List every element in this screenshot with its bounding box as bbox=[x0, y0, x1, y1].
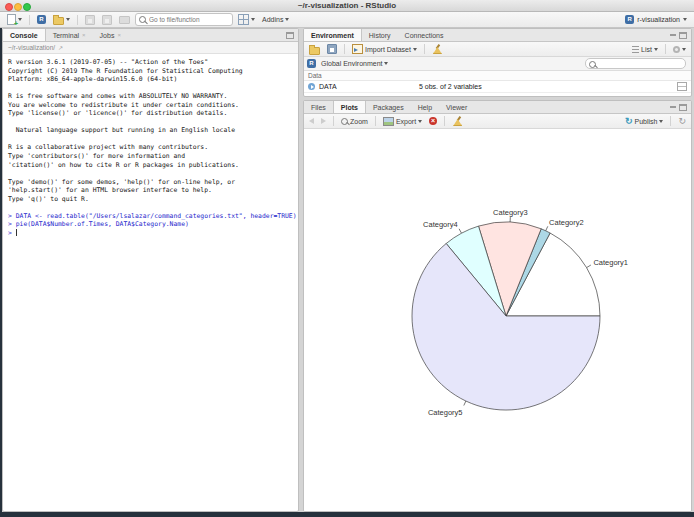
tab-environment[interactable]: Environment bbox=[304, 29, 362, 41]
plots-pane: Files Plots Packages Help Viewer Zoom bbox=[303, 100, 692, 512]
next-plot-button[interactable] bbox=[319, 117, 328, 125]
tab-label: Terminal bbox=[53, 32, 79, 39]
gear-icon bbox=[673, 46, 680, 53]
tab-console[interactable]: Console bbox=[3, 29, 46, 41]
print-icon bbox=[119, 16, 130, 24]
tab-history[interactable]: History bbox=[362, 29, 398, 41]
open-file-button[interactable] bbox=[51, 13, 72, 26]
environment-settings-button[interactable] bbox=[671, 45, 688, 54]
tab-viewer[interactable]: Viewer bbox=[439, 101, 474, 113]
image-icon bbox=[383, 117, 394, 126]
maximize-pane-icon[interactable] bbox=[679, 104, 687, 111]
remove-plot-button[interactable] bbox=[427, 116, 439, 126]
save-all-icon bbox=[102, 15, 112, 25]
minimize-pane-icon[interactable] bbox=[670, 34, 676, 36]
chevron-down-icon bbox=[251, 18, 255, 21]
clear-environment-button[interactable] bbox=[430, 43, 443, 55]
console-line bbox=[8, 84, 298, 93]
minimize-pane-icon[interactable] bbox=[670, 106, 676, 108]
environment-scope-selector[interactable]: Global Environment bbox=[319, 59, 390, 68]
import-dataset-icon bbox=[352, 44, 363, 54]
addins-label: Addins bbox=[262, 16, 283, 23]
chevron-down-icon bbox=[654, 48, 658, 51]
list-view-button[interactable]: List bbox=[630, 45, 660, 54]
project-selector[interactable]: r-visualization bbox=[623, 14, 689, 25]
environment-toolbar: Import Dataset List bbox=[304, 42, 691, 57]
tab-terminal[interactable]: Terminal × bbox=[46, 29, 93, 41]
tab-label: Jobs bbox=[100, 32, 115, 39]
tab-files[interactable]: Files bbox=[304, 101, 333, 113]
window-title: ~/r-visualization - RStudio bbox=[0, 0, 694, 11]
goto-file-search bbox=[135, 13, 233, 26]
toolbar-separator bbox=[344, 44, 345, 54]
tab-help[interactable]: Help bbox=[411, 101, 439, 113]
window-edge-left bbox=[0, 28, 2, 517]
new-project-button[interactable] bbox=[35, 14, 48, 25]
environment-search-input[interactable] bbox=[585, 58, 686, 69]
refresh-plot-button[interactable]: ↻ bbox=[676, 116, 688, 127]
close-icon[interactable]: × bbox=[82, 32, 86, 38]
tab-label: Plots bbox=[341, 104, 358, 111]
environment-scope-row: Global Environment bbox=[304, 57, 691, 71]
clear-all-plots-button[interactable] bbox=[450, 115, 463, 127]
list-icon bbox=[632, 46, 639, 53]
console-output[interactable]: R version 3.6.1 (2019-07-05) -- "Action … bbox=[3, 54, 298, 511]
console-line: > pie(DATA$Number.of.Times, DATA$Categor… bbox=[8, 220, 298, 229]
maximize-pane-icon[interactable] bbox=[679, 32, 687, 39]
export-plot-button[interactable]: Export bbox=[381, 116, 424, 127]
tab-connections[interactable]: Connections bbox=[398, 29, 451, 41]
save-workspace-button[interactable] bbox=[325, 43, 339, 55]
environment-object-row[interactable]: DATA 5 obs. of 2 variables bbox=[304, 81, 691, 93]
data-section-header: Data bbox=[304, 71, 691, 81]
chevron-down-icon bbox=[413, 48, 417, 51]
zoom-plot-button[interactable]: Zoom bbox=[339, 117, 370, 126]
import-dataset-label: Import Dataset bbox=[365, 46, 411, 53]
open-folder-icon bbox=[309, 47, 320, 55]
print-button[interactable] bbox=[117, 15, 132, 25]
previous-plot-button[interactable] bbox=[307, 117, 316, 125]
tab-label: Files bbox=[311, 104, 326, 111]
toolbar-separator bbox=[665, 44, 666, 54]
load-workspace-button[interactable] bbox=[307, 43, 322, 56]
refresh-icon: ↻ bbox=[678, 117, 686, 126]
tab-packages[interactable]: Packages bbox=[366, 101, 411, 113]
maximize-pane-icon[interactable] bbox=[286, 32, 294, 39]
pie-label: Category1 bbox=[593, 258, 628, 267]
pane-layout-button[interactable] bbox=[236, 13, 257, 26]
plots-pane-buttons bbox=[666, 101, 691, 113]
import-dataset-button[interactable]: Import Dataset bbox=[350, 43, 419, 55]
console-line: 'help.start()' for an HTML browser inter… bbox=[8, 186, 298, 195]
tab-plots[interactable]: Plots bbox=[333, 101, 366, 113]
zoom-icon bbox=[341, 118, 348, 125]
view-data-icon[interactable] bbox=[677, 82, 687, 91]
broom-icon bbox=[432, 44, 441, 54]
goto-file-input[interactable] bbox=[135, 13, 233, 26]
chevron-down-icon bbox=[682, 48, 686, 51]
save-all-button[interactable] bbox=[100, 14, 114, 26]
toolbar-separator bbox=[444, 116, 445, 126]
expand-object-icon[interactable] bbox=[308, 83, 315, 90]
console-line bbox=[8, 135, 298, 144]
chevron-down-icon bbox=[18, 18, 22, 21]
console-line bbox=[8, 203, 298, 212]
forward-arrow-icon bbox=[321, 118, 326, 124]
publish-button[interactable]: ↻ Publish bbox=[623, 116, 666, 127]
console-line: Type 'license()' or 'licence()' for dist… bbox=[8, 109, 298, 118]
goto-directory-icon[interactable]: ↗ bbox=[58, 45, 63, 51]
new-file-button[interactable] bbox=[5, 13, 24, 26]
pie-label: Category4 bbox=[423, 220, 458, 229]
object-summary: 5 obs. of 2 variables bbox=[419, 83, 673, 90]
close-icon[interactable]: × bbox=[117, 32, 121, 38]
plots-toolbar: Zoom Export ↻ Publish ↻ bbox=[304, 114, 691, 129]
console-line: R version 3.6.1 (2019-07-05) -- "Action … bbox=[8, 58, 298, 67]
publish-icon: ↻ bbox=[625, 117, 633, 126]
console-line: Type 'q()' to quit R. bbox=[8, 195, 298, 204]
save-button[interactable] bbox=[83, 14, 97, 26]
console-tabbar: Console Terminal × Jobs × bbox=[3, 29, 298, 42]
pie-label-tick bbox=[546, 226, 548, 231]
tab-jobs[interactable]: Jobs × bbox=[93, 29, 128, 41]
addins-button[interactable]: Addins bbox=[260, 15, 291, 24]
console-line: > bbox=[8, 229, 298, 238]
console-line bbox=[8, 118, 298, 127]
chevron-down-icon bbox=[418, 120, 422, 123]
